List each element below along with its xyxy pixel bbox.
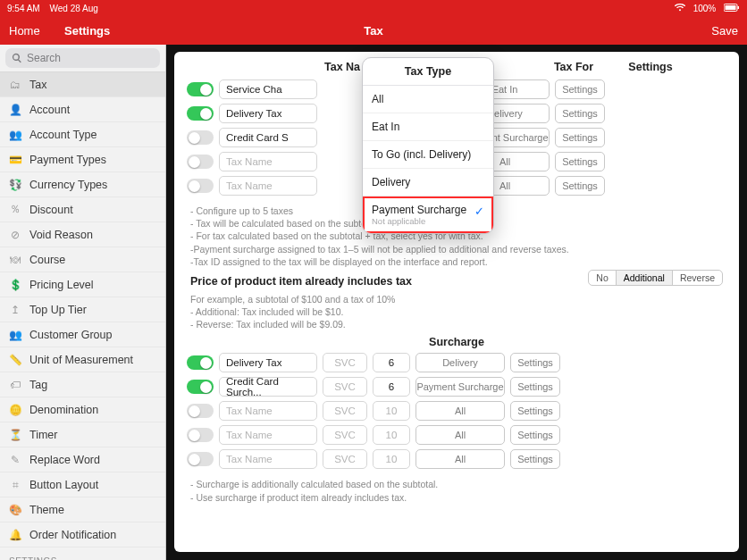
sidebar-item-discount[interactable]: ％Discount <box>0 197 165 222</box>
sidebar-item-order-notification[interactable]: 🔔Order Notification <box>0 522 165 547</box>
sidebar-item-label: Customer Group <box>29 329 112 341</box>
surcharge-for-button[interactable]: All <box>415 425 505 445</box>
sidebar-item-icon: ⌗ <box>9 479 21 491</box>
seg-additional[interactable]: Additional <box>616 271 672 285</box>
tax-type-option[interactable]: Delivery <box>363 169 493 196</box>
surcharge-row: Credit Card Surch...SVC6Payment Surcharg… <box>187 376 726 397</box>
sidebar-item-label: Payment Types <box>29 154 106 166</box>
tax-type-option[interactable]: All <box>363 86 493 113</box>
surcharge-row: Tax NameSVC10AllSettings <box>187 424 726 446</box>
sidebar-item-label: Theme <box>29 504 64 516</box>
sidebar-item-tax[interactable]: 🗂Tax <box>0 72 165 97</box>
surcharge-value-input[interactable]: 10 <box>373 425 410 445</box>
tax-toggle[interactable] <box>187 179 214 193</box>
sidebar-item-label: Tag <box>29 379 47 391</box>
surcharge-svc-input[interactable]: SVC <box>323 449 367 469</box>
sidebar-item-unit-of-measurement[interactable]: 📏Unit of Measurement <box>0 347 165 372</box>
surcharge-value-input[interactable]: 6 <box>373 377 410 397</box>
sidebar-item-label: Timer <box>29 429 57 441</box>
tax-toggle[interactable] <box>187 106 214 121</box>
surcharge-for-button[interactable]: All <box>415 401 505 421</box>
sidebar-item-button-layout[interactable]: ⌗Button Layout <box>0 472 165 497</box>
tax-toggle[interactable] <box>187 82 214 96</box>
sidebar-item-icon: ％ <box>9 202 21 217</box>
surcharge-for-button[interactable]: All <box>415 449 505 469</box>
sidebar-item-pricing-level[interactable]: 💲Pricing Level <box>0 272 165 297</box>
tax-name-input[interactable]: Tax Name <box>219 176 317 196</box>
sidebar-item-icon: 💲 <box>9 279 21 291</box>
sidebar-item-customer-group[interactable]: 👥Customer Group <box>0 322 165 347</box>
sidebar-item-label: Pricing Level <box>29 279 94 291</box>
svg-rect-2 <box>738 6 740 9</box>
sidebar-item-icon: ⏳ <box>9 429 21 441</box>
sidebar-item-payment-types[interactable]: 💳Payment Types <box>0 147 165 172</box>
home-button[interactable]: Home <box>9 24 40 38</box>
sidebar-item-account[interactable]: 👤Account <box>0 97 165 122</box>
sidebar-item-icon: 🪙 <box>9 404 21 416</box>
sidebar-item-timer[interactable]: ⏳Timer <box>0 422 165 447</box>
surcharge-name-input[interactable]: Credit Card Surch... <box>219 377 317 397</box>
seg-no[interactable]: No <box>589 271 615 285</box>
surcharge-for-button[interactable]: Payment Surcharge <box>415 377 505 397</box>
sidebar-item-tag[interactable]: 🏷Tag <box>0 372 165 397</box>
tax-settings-button[interactable]: Settings <box>555 79 605 99</box>
tax-type-option[interactable]: Eat In <box>363 113 493 141</box>
surcharge-row: Tax NameSVC10AllSettings <box>187 400 726 422</box>
tax-settings-button[interactable]: Settings <box>555 128 605 147</box>
includes-segmented[interactable]: No Additional Reverse <box>588 270 723 286</box>
sidebar-item-replace-word[interactable]: ✎Replace Word <box>0 447 165 472</box>
surcharge-svc-input[interactable]: SVC <box>323 353 367 372</box>
sidebar-item-label: Top Up Tier <box>29 304 87 316</box>
sidebar-item-label: Discount <box>29 204 73 216</box>
tax-name-input[interactable]: Tax Name <box>219 152 317 171</box>
surcharge-name-input[interactable]: Tax Name <box>219 425 317 445</box>
surcharge-toggle[interactable] <box>187 355 214 370</box>
surcharge-name-input[interactable]: Delivery Tax <box>219 353 317 372</box>
tax-toggle[interactable] <box>187 130 214 145</box>
tax-name-input[interactable]: Service Cha <box>219 79 317 99</box>
nav-bar: Home Settings Tax Save <box>0 16 747 45</box>
surcharge-name-input[interactable]: Tax Name <box>219 449 317 469</box>
sidebar-item-theme[interactable]: 🎨Theme <box>0 497 165 522</box>
seg-reverse[interactable]: Reverse <box>672 271 722 285</box>
surcharge-name-input[interactable]: Tax Name <box>219 401 317 421</box>
tax-type-option[interactable]: To Go (incl. Delivery) <box>363 141 493 169</box>
sidebar-item-account-type[interactable]: 👥Account Type <box>0 122 165 147</box>
surcharge-value-input[interactable]: 6 <box>373 353 410 372</box>
tax-toggle[interactable] <box>187 155 214 169</box>
sidebar-item-denomination[interactable]: 🪙Denomination <box>0 397 165 422</box>
tax-settings-button[interactable]: Settings <box>555 176 605 196</box>
surcharge-settings-button[interactable]: Settings <box>510 401 560 421</box>
search-input[interactable]: Search <box>5 48 160 68</box>
sidebar-item-label: Currency Types <box>29 179 107 191</box>
tax-type-option[interactable]: Payment SurchargeNot applicable✓ <box>363 196 493 233</box>
svg-rect-1 <box>726 5 736 10</box>
sidebar-item-void-reason[interactable]: ⊘Void Reason <box>0 222 165 247</box>
surcharge-value-input[interactable]: 10 <box>373 401 410 421</box>
surcharge-svc-input[interactable]: SVC <box>323 425 367 445</box>
surcharge-svc-input[interactable]: SVC <box>323 377 367 397</box>
surcharge-toggle[interactable] <box>187 404 214 418</box>
sidebar-item-label: Order Notification <box>29 529 116 541</box>
search-placeholder: Search <box>27 52 61 64</box>
wifi-icon <box>675 4 688 13</box>
tax-settings-button[interactable]: Settings <box>555 104 605 123</box>
surcharge-for-button[interactable]: Delivery <box>415 353 505 372</box>
sidebar-item-course[interactable]: 🍽Course <box>0 247 165 272</box>
surcharge-toggle[interactable] <box>187 452 214 466</box>
surcharge-svc-input[interactable]: SVC <box>323 401 367 421</box>
includes-notes: For example, a subtotal of $100 and a ta… <box>174 291 739 333</box>
tax-name-input[interactable]: Credit Card S <box>219 128 317 147</box>
surcharge-settings-button[interactable]: Settings <box>510 425 560 445</box>
sidebar-item-top-up-tier[interactable]: ↥Top Up Tier <box>0 297 165 322</box>
save-button[interactable]: Save <box>711 24 738 38</box>
surcharge-toggle[interactable] <box>187 380 214 394</box>
surcharge-settings-button[interactable]: Settings <box>510 377 560 397</box>
surcharge-toggle[interactable] <box>187 428 214 442</box>
sidebar-item-currency-types[interactable]: 💱Currency Types <box>0 172 165 197</box>
tax-name-input[interactable]: Delivery Tax <box>219 104 317 123</box>
tax-settings-button[interactable]: Settings <box>555 152 605 171</box>
surcharge-value-input[interactable]: 10 <box>373 449 410 469</box>
surcharge-settings-button[interactable]: Settings <box>510 449 560 469</box>
surcharge-settings-button[interactable]: Settings <box>510 353 560 372</box>
